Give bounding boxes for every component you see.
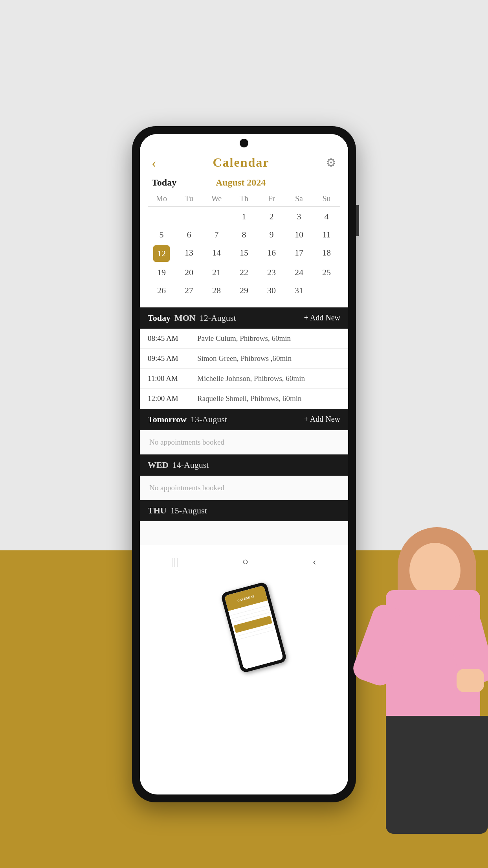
cal-day-19[interactable]: 19 <box>148 263 175 281</box>
month-label: August 2024 <box>216 177 266 188</box>
person-hair <box>398 527 476 684</box>
cal-day-4[interactable]: 4 <box>313 208 340 226</box>
appointment-1[interactable]: 08:45 AM Pavle Culum, Phibrows, 60min <box>140 329 348 349</box>
calendar-grid: Mo Tu We Th Fr Sa Su <box>140 192 348 306</box>
cal-day-2[interactable]: 2 <box>258 208 285 226</box>
day-header-fr: Fr <box>258 192 285 206</box>
add-new-tomorrow-button[interactable]: + Add New <box>304 415 340 424</box>
cal-day-empty <box>148 208 175 226</box>
appt-time-2: 09:45 AM <box>148 354 191 363</box>
cal-day-7[interactable]: 7 <box>203 226 230 244</box>
sched-date-13: 13-August <box>191 414 300 425</box>
power-button <box>356 205 359 236</box>
calendar-subheader: Today August 2024 <box>140 177 348 192</box>
app-header: ‹ Calendar ⚙ <box>140 151 348 177</box>
settings-icon[interactable]: ⚙ <box>326 156 336 169</box>
cal-day-11[interactable]: 11 <box>313 226 340 244</box>
day-header-th: Th <box>230 192 258 206</box>
mini-selected-bar <box>234 616 272 633</box>
cal-day-8[interactable]: 8 <box>230 226 258 244</box>
cal-day-20[interactable]: 20 <box>175 263 203 281</box>
cal-day-10[interactable]: 10 <box>285 226 313 244</box>
no-appointments-13: No appointments booked <box>140 430 348 454</box>
cal-day-5[interactable]: 5 <box>148 226 175 244</box>
cal-day-25[interactable]: 25 <box>313 263 340 281</box>
cal-day-empty <box>175 208 203 226</box>
cal-day-13[interactable]: 13 <box>175 244 203 263</box>
cal-day-3[interactable]: 3 <box>285 208 313 226</box>
camera-dot <box>240 139 248 147</box>
cal-day-empty <box>203 208 230 226</box>
nav-bar: ||| ○ ‹ <box>140 549 348 576</box>
cal-day-23[interactable]: 23 <box>258 263 285 281</box>
cal-day-26[interactable]: 26 <box>148 281 175 300</box>
today-label[interactable]: Today <box>152 177 176 188</box>
cal-day-27[interactable]: 27 <box>175 281 203 300</box>
person-arm-left <box>350 601 414 688</box>
day-header-mo: Mo <box>148 192 175 206</box>
cal-day-14[interactable]: 14 <box>203 244 230 263</box>
calendar-week-4: 19 20 21 22 23 24 25 <box>148 263 340 281</box>
day-header-su: Su <box>313 192 340 206</box>
sched-date-15: 15-August <box>171 506 340 516</box>
cal-day-30[interactable]: 30 <box>258 281 285 300</box>
appt-time-3: 11:00 AM <box>148 374 191 383</box>
person-head <box>409 543 460 598</box>
camera-bar <box>140 134 348 151</box>
calendar-week-5: 26 27 28 29 30 31 <box>148 281 340 300</box>
schedule-header-thu: THU 15-August <box>140 500 348 521</box>
phone-wrapper: ‹ Calendar ⚙ Today August 2024 Mo <box>132 126 356 802</box>
appt-time-1: 08:45 AM <box>148 334 191 343</box>
appt-desc-2: Simon Green, Phibrows ,60min <box>197 354 292 363</box>
cal-day-28[interactable]: 28 <box>203 281 230 300</box>
cal-day-24[interactable]: 24 <box>285 263 313 281</box>
appt-desc-3: Michelle Johnson, Phibrows, 60min <box>197 374 305 383</box>
appt-desc-1: Pavle Culum, Phibrows, 60min <box>197 334 291 343</box>
cal-day-1[interactable]: 1 <box>230 208 258 226</box>
nav-recent-icon[interactable]: ||| <box>172 556 178 568</box>
appt-desc-4: Raquelle Shmell, Phibrows, 60min <box>197 394 301 403</box>
back-button[interactable]: ‹ <box>152 154 156 171</box>
cal-day-16[interactable]: 16 <box>258 244 285 263</box>
schedule-header-wed: WED 14-August <box>140 454 348 476</box>
appointment-2[interactable]: 09:45 AM Simon Green, Phibrows ,60min <box>140 349 348 369</box>
app-title: Calendar <box>213 155 270 170</box>
cal-day-21[interactable]: 21 <box>203 263 230 281</box>
sched-date-12: 12-August <box>200 313 300 323</box>
sched-tomorrow-label: Tomorrow <box>148 414 187 425</box>
sched-day-thu: THU <box>148 506 167 516</box>
day-header-we: We <box>203 192 230 206</box>
phone-screen: ‹ Calendar ⚙ Today August 2024 Mo <box>140 134 348 794</box>
cal-day-12-selected[interactable]: 12 <box>153 245 170 262</box>
mini-screen-title: CALENDAR <box>237 594 255 602</box>
day-header-tu: Tu <box>175 192 203 206</box>
cal-day-17[interactable]: 17 <box>285 244 313 263</box>
sched-date-14: 14-August <box>172 460 340 470</box>
cal-day-22[interactable]: 22 <box>230 263 258 281</box>
schedule-header-tomorrow: Tomorrow 13-August + Add New <box>140 409 348 430</box>
schedule-section: Today MON 12-August + Add New 08:45 AM P… <box>140 307 348 545</box>
appointment-3[interactable]: 11:00 AM Michelle Johnson, Phibrows, 60m… <box>140 369 348 389</box>
calendar-week-1: 1 2 3 4 <box>148 208 340 226</box>
cal-day-6[interactable]: 6 <box>175 226 203 244</box>
calendar-week-2: 5 6 7 8 9 10 11 <box>148 226 340 244</box>
nav-home-icon[interactable]: ○ <box>242 556 249 568</box>
add-new-today-button[interactable]: + Add New <box>304 313 340 322</box>
cal-day-31[interactable]: 31 <box>285 281 313 300</box>
calendar-week-3: 12 13 14 15 16 17 18 <box>148 244 340 263</box>
sched-today-label: Today <box>148 313 171 323</box>
day-header-sa: Sa <box>285 192 313 206</box>
appointment-4[interactable]: 12:00 AM Raquelle Shmell, Phibrows, 60mi… <box>140 389 348 409</box>
grid-divider <box>148 206 340 207</box>
phone-frame: ‹ Calendar ⚙ Today August 2024 Mo <box>132 126 356 802</box>
cal-day-15[interactable]: 15 <box>230 244 258 263</box>
cal-day-9[interactable]: 9 <box>258 226 285 244</box>
cal-day-29[interactable]: 29 <box>230 281 258 300</box>
cal-day-18[interactable]: 18 <box>313 244 340 263</box>
thu-empty-space <box>140 521 348 545</box>
sched-day-wed: WED <box>148 460 169 470</box>
person-arm-right <box>444 610 488 688</box>
nav-back-icon[interactable]: ‹ <box>313 556 316 568</box>
page-wrapper: Perfect calendar for cosmetic profesiona… <box>0 0 488 868</box>
person-skirt <box>386 716 488 834</box>
